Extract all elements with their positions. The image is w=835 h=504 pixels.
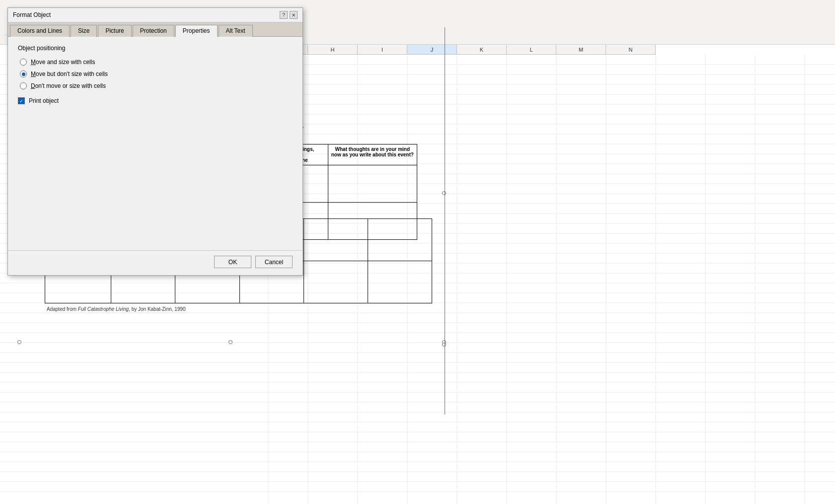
dialog-titlebar[interactable]: Format Object ? ✕ [8,8,303,22]
tab-size[interactable]: Size [71,25,97,37]
tab-colors-lines[interactable]: Colors and Lines [10,25,70,37]
close-button[interactable]: ✕ [290,11,298,19]
dialog-footer: OK Cancel [8,250,303,275]
tab-properties[interactable]: Properties [175,25,218,37]
tab-picture[interactable]: Picture [98,25,131,37]
cancel-button[interactable]: Cancel [255,256,293,268]
col-header-n: N [606,45,656,55]
radio-label-3: Don't move or size with cells [31,82,106,89]
radio-label-1: Move and size with cells [31,59,95,66]
col-header-j: J [407,45,457,55]
col-header-i: I [358,45,407,55]
print-object-checkbox[interactable]: Print object [18,97,293,104]
print-object-label: Print object [29,97,59,104]
col-header-h: H [308,45,358,55]
radio-move-no-size[interactable]: Move but don't size with cells [20,71,293,77]
tab-alt-text[interactable]: Alt Text [219,25,253,37]
col-header-l: L [507,45,556,55]
dialog-title: Format Object [13,11,51,18]
calendar-cell [304,261,368,303]
calendar-th-2: What thoughts are in your mind now as yo… [328,144,417,165]
selection-handle-tl[interactable] [17,340,21,344]
radio-circle-1 [20,59,27,66]
titlebar-buttons: ? ✕ [280,11,298,19]
checkbox-box [18,97,25,104]
radio-label-2: Move but don't size with cells [31,71,108,77]
radio-group-positioning: Move and size with cells Move but don't … [18,59,293,89]
col-header-k: K [457,45,507,55]
radio-move-and-size[interactable]: Move and size with cells [20,59,293,66]
help-button[interactable]: ? [280,11,288,19]
calendar-cell [328,165,417,203]
calendar-cell [304,219,368,261]
calendar-cell [368,261,432,303]
col-header-m: M [556,45,606,55]
tab-protection[interactable]: Protection [133,25,174,37]
dialog-content-area: Object positioning Move and size with ce… [8,37,303,250]
format-object-dialog: Format Object ? ✕ Colors and Lines Size … [7,7,303,276]
selection-handle-mr[interactable] [442,191,446,195]
selection-handle-tm[interactable] [228,340,232,344]
selection-border-right [445,27,445,415]
radio-no-move-no-size[interactable]: Don't move or size with cells [20,82,293,89]
calendar-footer: Adapted from Full Catastrophe Living, by… [20,306,427,312]
selection-handle-br[interactable] [442,343,446,347]
object-positioning-title: Object positioning [18,45,293,52]
calendar-cell [368,219,432,261]
radio-circle-3 [20,82,27,89]
ok-button[interactable]: OK [214,256,251,268]
radio-circle-2 [20,71,27,77]
dialog-tabs: Colors and Lines Size Picture Protection… [8,22,303,37]
